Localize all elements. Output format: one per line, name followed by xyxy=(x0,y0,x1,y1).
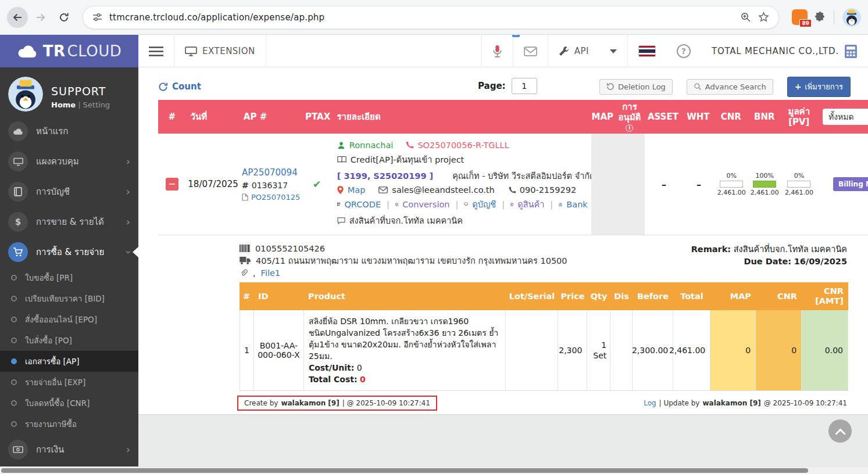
icol-id: ID xyxy=(253,282,303,310)
bookmark-star-icon[interactable] xyxy=(758,12,769,23)
horizontal-scrollbar-thumb[interactable] xyxy=(1,468,808,473)
seo-extension-icon[interactable]: 89 xyxy=(792,9,808,25)
chevron-up-icon xyxy=(835,428,845,439)
back-arrow-icon xyxy=(12,12,23,23)
map-link[interactable]: Map xyxy=(348,185,366,195)
sidebar-subitem-cnr[interactable]: ใบลดหนี้ซื้อ [CNR] xyxy=(0,393,138,414)
voice-assistant-button[interactable]: ! xyxy=(482,35,513,67)
sidebar-item-sales[interactable]: $ การขาย & รายได้ › xyxy=(0,207,138,237)
active-notch xyxy=(133,247,138,257)
horizontal-scrollbar[interactable] xyxy=(0,466,868,474)
help-button[interactable]: ? xyxy=(666,35,701,67)
sidebar-item-label: แผงควบคุม xyxy=(36,155,118,168)
zoom-icon[interactable] xyxy=(740,12,751,23)
log-link[interactable]: Log xyxy=(644,399,656,407)
wrench-icon xyxy=(559,46,569,56)
item-discount xyxy=(610,310,633,390)
sidebar-subitem-purchase-tax-report[interactable]: รายงานภาษีซื้อ xyxy=(0,414,138,435)
advance-search-button[interactable]: Advance Search xyxy=(687,79,773,95)
billing-note-badge[interactable]: Billing Note xyxy=(833,177,868,191)
info-icon[interactable]: i xyxy=(626,124,633,132)
qrcode-link[interactable]: QRCODE xyxy=(344,200,381,209)
setting-link[interactable]: Setting xyxy=(83,100,110,109)
user-avatar[interactable] xyxy=(8,77,43,112)
due-date-label: Due Date: xyxy=(744,257,791,266)
api-menu-item[interactable]: API xyxy=(548,35,599,67)
attachment-comma: , xyxy=(253,268,256,278)
home-link[interactable]: Home xyxy=(51,100,76,109)
toolbar-divider xyxy=(834,10,834,24)
deletion-log-button[interactable]: Deletion Log xyxy=(599,79,673,95)
item-total: 2,461.00 xyxy=(673,310,710,390)
col-ap: AP # xyxy=(239,100,303,134)
company-name: TOTAL MECHANIC CO.,LTD. xyxy=(712,46,839,56)
chevron-down-icon: › xyxy=(123,250,133,254)
hamburger-menu-button[interactable] xyxy=(138,35,174,67)
page-number-input[interactable]: 1 xyxy=(512,78,537,94)
url-text[interactable]: ttmcrane.trcloud.co/application/expense/… xyxy=(109,12,733,23)
cloud-icon xyxy=(8,121,28,141)
truck-icon xyxy=(240,257,251,264)
sidebar-subitem-bid[interactable]: เปรียบเทียบราคา [BID] xyxy=(0,288,138,309)
browser-reload-button[interactable] xyxy=(53,7,74,28)
sidebar-subitem-po[interactable]: ใบสั่งซื้อ [PO] xyxy=(0,330,138,351)
trcloud-logo[interactable]: TR CLOUD xyxy=(0,35,138,67)
sidebar-item-finance[interactable]: การเงิน › xyxy=(0,435,138,465)
sidebar-subitem-pr[interactable]: ใบขอซื้อ [PR] xyxy=(0,267,138,288)
contact-name: Ronnachai xyxy=(349,141,394,150)
attachment-file-link[interactable]: File1 xyxy=(261,268,281,278)
browser-back-button[interactable] xyxy=(7,7,28,28)
sidebar-item-home[interactable]: หน้าแรก xyxy=(0,116,138,146)
bullet-icon xyxy=(11,296,17,301)
extension-menu-item[interactable]: EXTENSION xyxy=(174,35,266,67)
ap-table: # วันที่ AP # PTAX รายละเอียด MAP การ อน… xyxy=(158,100,868,235)
so-reference-link[interactable]: SO25070056-R-TGLLL xyxy=(417,141,509,150)
collapse-row-button[interactable]: − xyxy=(166,178,178,191)
browser-forward-button[interactable] xyxy=(30,7,51,28)
sidebar-subitem-epo[interactable]: สั่งซื้อออนไลน์ [EPO] xyxy=(0,309,138,330)
calculator-icon xyxy=(844,44,858,59)
browser-profile-avatar[interactable] xyxy=(842,8,861,27)
cost-unit-label: Cost/Unit: xyxy=(309,363,354,372)
bnr-progress-cell: 100% 2,461.00 xyxy=(748,134,781,235)
col-wht: WHT xyxy=(682,100,715,134)
extensions-puzzle-icon[interactable] xyxy=(815,12,826,23)
sidebar-item-dashboard[interactable]: แผงควบคุม › xyxy=(0,146,138,177)
sidebar-item-label: หน้าแรก xyxy=(36,124,130,138)
bank-link[interactable]: Bank xyxy=(566,200,587,209)
po-number-link[interactable]: PO25070125 xyxy=(242,193,300,202)
language-flag-button[interactable] xyxy=(628,35,666,67)
ap-number-link[interactable]: AP25070094 xyxy=(242,167,298,178)
icol-cnr: CNR xyxy=(756,282,802,310)
view-account-link[interactable]: ดูบัญชี xyxy=(472,198,496,211)
ap-date: 18/07/2025 xyxy=(185,134,238,235)
address-bar[interactable]: ttmcrane.trcloud.co/application/expense/… xyxy=(83,6,779,29)
view-product-link[interactable]: ดูสินค้า xyxy=(517,198,544,211)
sidebar-subitem-exp[interactable]: รายจ่ายอื่น [EXP] xyxy=(0,372,138,393)
company-name-item[interactable]: TOTAL MECHANIC CO.,LTD. xyxy=(701,35,868,67)
site-settings-icon[interactable] xyxy=(92,12,102,22)
vendor-tax-id: 0105552105426 xyxy=(255,244,325,253)
icol-total: Total xyxy=(673,282,710,310)
count-refresh-button[interactable]: Count xyxy=(158,81,201,92)
filter-all-select[interactable]: ทั้งหมด xyxy=(823,109,868,125)
nav-dropdown-button[interactable] xyxy=(599,35,627,67)
sidebar-subitem-ap[interactable]: เอกสารซื้อ [AP] xyxy=(0,351,138,372)
delivery-note: ส่งสินค้าที่บจก.โททัล เมคคานิค xyxy=(349,214,463,227)
paperclip-icon xyxy=(240,269,248,277)
bank-icon xyxy=(559,201,562,208)
add-item-button[interactable]: + เพิ่มรายการ xyxy=(787,77,851,97)
item-lot xyxy=(506,310,558,390)
dollar-icon: $ xyxy=(8,212,28,232)
conversion-link[interactable]: Conversion xyxy=(402,200,449,209)
vendor-email[interactable]: sales@leeandsteel.co.th xyxy=(392,185,494,195)
forward-arrow-icon xyxy=(35,12,47,23)
bullet-icon xyxy=(11,379,17,385)
messages-button[interactable] xyxy=(513,35,548,67)
item-cnr-amt: 0.00 xyxy=(802,310,848,390)
scroll-to-top-button[interactable] xyxy=(828,419,852,443)
icol-product: Product xyxy=(303,282,506,310)
plus-icon: + xyxy=(795,82,802,91)
sidebar-item-purchases[interactable]: การซื้อ & รายจ่าย › xyxy=(0,237,138,267)
sidebar-item-accounting[interactable]: การบัญชี › xyxy=(0,177,138,207)
